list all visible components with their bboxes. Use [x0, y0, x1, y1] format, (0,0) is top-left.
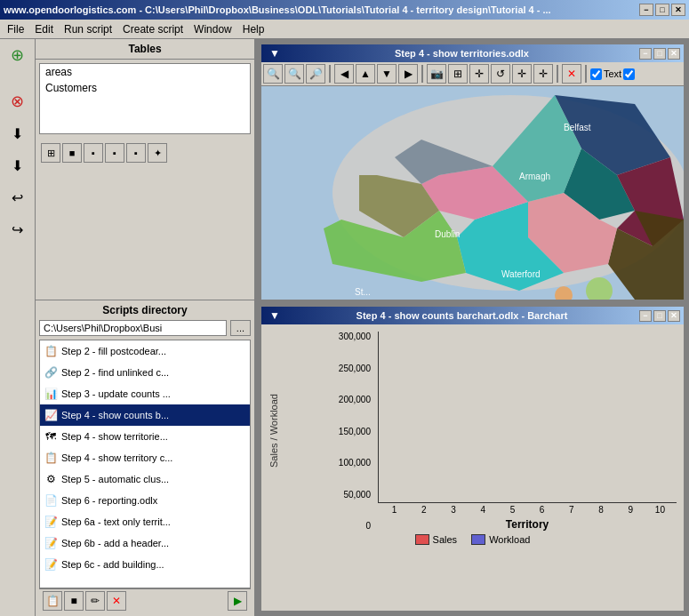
- script-item-2[interactable]: 📊 Step 3 - update counts ...: [40, 383, 250, 404]
- title-bar-text: www.opendoorlogistics.com - C:\Users\Phi…: [4, 4, 551, 15]
- map-dropdown-btn[interactable]: ▼: [265, 44, 284, 63]
- menu-bar: File Edit Run script Create script Windo…: [0, 20, 689, 39]
- map-minimize-btn[interactable]: −: [639, 48, 652, 60]
- menu-file[interactable]: File: [2, 21, 29, 37]
- grid-view-btn[interactable]: ⊞: [448, 64, 468, 84]
- move-btn[interactable]: ✛: [512, 64, 532, 84]
- play-btn[interactable]: ▶: [228, 591, 247, 611]
- refresh-btn[interactable]: ↺: [491, 64, 510, 84]
- nav-left-btn[interactable]: ◀: [334, 64, 354, 84]
- menu-edit[interactable]: Edit: [29, 21, 59, 37]
- scripts-path-row: C:\Users\Phil\Dropbox\Busi ...: [39, 320, 251, 336]
- add-button[interactable]: ⊕: [5, 43, 30, 68]
- script-item-9[interactable]: 📝 Step 6b - add a header...: [40, 532, 250, 554]
- close-map-btn[interactable]: ✕: [562, 64, 581, 84]
- add-point-btn[interactable]: ✛: [469, 64, 489, 84]
- script-item-4[interactable]: 🗺 Step 4 - show territorie...: [40, 426, 250, 447]
- undo-button[interactable]: ↩: [5, 185, 30, 210]
- menu-run-script[interactable]: Run script: [59, 21, 117, 37]
- zoom-in2-btn[interactable]: 🔍: [284, 64, 304, 84]
- script-item-8[interactable]: 📝 Step 6a - text only territ...: [40, 511, 250, 532]
- title-bar: www.opendoorlogistics.com - C:\Users\Phi…: [0, 0, 689, 20]
- tables-header: Tables: [36, 39, 254, 60]
- pan-btn[interactable]: ✛: [533, 64, 553, 84]
- chart-area: Sales / Workload 300,000 250,000 200,000…: [261, 324, 684, 556]
- script-item-10[interactable]: 📝 Step 6c - add building...: [40, 554, 250, 575]
- menu-help[interactable]: Help: [237, 21, 270, 37]
- scripts-path: C:\Users\Phil\Dropbox\Busi: [39, 320, 227, 336]
- stop-script-btn[interactable]: ■: [64, 591, 84, 611]
- extra-checkbox[interactable]: [623, 68, 635, 80]
- table-item-customers[interactable]: Customers: [40, 80, 250, 96]
- main-layout: ⊕ ⊗ ⬇ ⬇ ↩ ↪ Tables areas Customers ⊞ ■ ▪…: [0, 39, 689, 616]
- script-item-3[interactable]: 📈 Step 4 - show counts b...: [40, 404, 250, 426]
- script-icon-4: 🗺: [44, 429, 58, 444]
- menu-create-script[interactable]: Create script: [117, 21, 188, 37]
- screenshot-btn[interactable]: 📷: [427, 64, 446, 84]
- menu-window[interactable]: Window: [188, 21, 237, 37]
- script-icon-8: 📝: [44, 515, 58, 529]
- title-bar-buttons: − □ ✕: [639, 4, 685, 16]
- wand-btn[interactable]: ✦: [148, 143, 167, 163]
- sq-btn3[interactable]: ▪: [126, 143, 146, 163]
- script-item-0[interactable]: 📋 Step 2 - fill postcodear...: [40, 340, 250, 362]
- table-item-areas[interactable]: areas: [40, 64, 250, 80]
- map-toolbar: 🔍 🔍 🔎 ◀ ▲ ▼ ▶ 📷 ⊞ ✛ ↺ ✛ ✛ ✕: [261, 62, 684, 86]
- right-area: ▼ Step 4 - show territories.odlx − □ ✕ 🔍…: [256, 39, 689, 616]
- map-window-title-bar: ▼ Step 4 - show territories.odlx − □ ✕: [261, 44, 684, 62]
- toolbar-sep-1: [329, 65, 331, 83]
- map-close-btn[interactable]: ✕: [668, 48, 680, 60]
- y-tick-4: 100,000: [339, 458, 371, 468]
- script-item-5[interactable]: 📋 Step 4 - show territory c...: [40, 447, 250, 468]
- y-tick-1: 250,000: [339, 364, 371, 373]
- map-window-buttons: − □ ✕: [639, 48, 680, 60]
- toolbar-sep-4: [585, 65, 587, 83]
- small-toolbar: ⊞ ■ ▪ ▪ ▪ ✦: [39, 141, 169, 164]
- tables-list: areas Customers: [39, 63, 251, 134]
- y-axis-label: Sales / Workload: [268, 332, 322, 531]
- stop-btn[interactable]: ■: [62, 143, 82, 163]
- nav-down-btn[interactable]: ▼: [377, 64, 397, 84]
- minimize-button[interactable]: −: [639, 4, 653, 16]
- sq-btn1[interactable]: ▪: [84, 143, 103, 163]
- text-checkbox[interactable]: [590, 68, 602, 80]
- delete-script-btn[interactable]: ✕: [107, 591, 126, 611]
- map-svg: Belfast Armagh Dublin Waterford St...: [261, 86, 684, 300]
- maximize-button[interactable]: □: [655, 4, 669, 16]
- grid-btn[interactable]: ⊞: [41, 143, 60, 163]
- legend-workload-label: Workload: [489, 534, 530, 545]
- edit-script-btn[interactable]: ✏: [85, 591, 105, 611]
- zoom-out-btn[interactable]: 🔎: [306, 64, 325, 84]
- script-item-1[interactable]: 🔗 Step 2 - find unlinked c...: [40, 362, 250, 383]
- script-item-7[interactable]: 📄 Step 6 - reporting.odlx: [40, 490, 250, 511]
- legend-sales-label: Sales: [433, 534, 458, 545]
- run-script-btn[interactable]: 📋: [43, 591, 62, 611]
- download2-button[interactable]: ⬇: [5, 153, 30, 178]
- bottom-toolbar: 📋 ■ ✏ ✕ ▶: [39, 588, 251, 612]
- chart-close-btn[interactable]: ✕: [668, 310, 680, 322]
- close-button[interactable]: ✕: [671, 4, 685, 16]
- nav-up-btn[interactable]: ▲: [356, 64, 375, 84]
- script-icon-5: 📋: [44, 451, 58, 465]
- y-tick-6: 0: [365, 521, 371, 531]
- script-item-6[interactable]: ⚙ Step 5 - automatic clus...: [40, 468, 250, 490]
- chart-maximize-btn[interactable]: □: [653, 310, 666, 322]
- script-icon-0: 📋: [44, 344, 58, 358]
- chart-window: ▼ Step 4 - show counts barchart.odlx - B…: [260, 305, 685, 612]
- x-label-0: 1: [381, 505, 407, 515]
- x-label-8: 9: [618, 505, 644, 515]
- chart-legend: Sales Workload: [268, 531, 677, 548]
- download-button[interactable]: ⬇: [5, 121, 30, 146]
- nav-right-btn[interactable]: ▶: [398, 64, 418, 84]
- zoom-in-btn[interactable]: 🔍: [263, 64, 283, 84]
- map-maximize-btn[interactable]: □: [653, 48, 666, 60]
- redo-button[interactable]: ↪: [5, 217, 30, 242]
- script-icon-6: ⚙: [44, 472, 58, 486]
- chart-dropdown-btn[interactable]: ▼: [265, 306, 284, 325]
- browse-button[interactable]: ...: [230, 320, 251, 336]
- x-label-6: 7: [558, 505, 584, 515]
- x-label-7: 8: [588, 505, 613, 515]
- chart-minimize-btn[interactable]: −: [639, 310, 652, 322]
- sq-btn2[interactable]: ▪: [105, 143, 124, 163]
- text-label: Text: [604, 68, 621, 79]
